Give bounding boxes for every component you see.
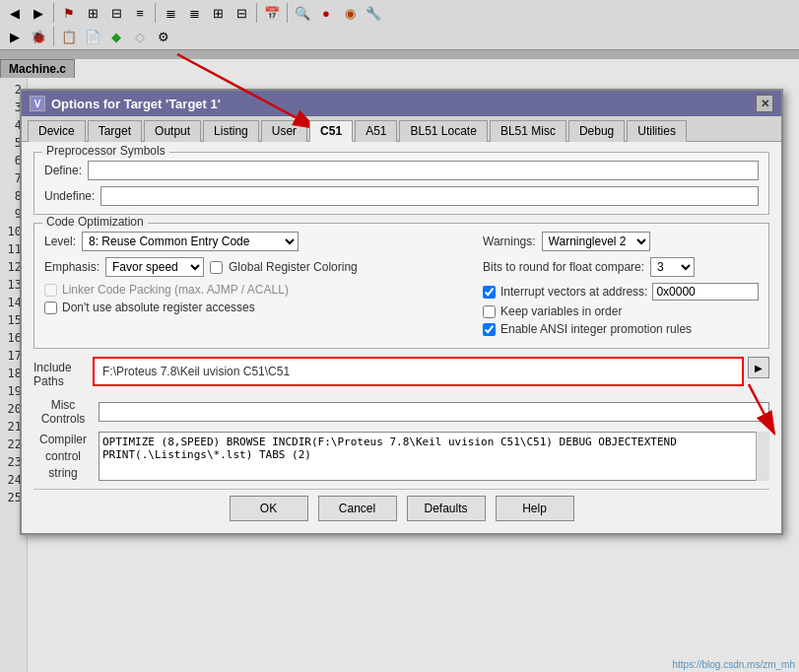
keep-vars-label: Keep variables in order [500,304,622,318]
tab-bl51misc[interactable]: BL51 Misc [490,120,566,142]
keep-vars-row: Keep variables in order [483,304,759,318]
bits-label: Bits to round for float compare: [483,260,644,274]
code-opt-inner: Level: 8: Reuse Common Entry Code Emphas… [44,232,759,340]
compiler-scrollbar[interactable] [756,432,769,481]
code-opt-section: Code Optimization Level: 8: Reuse Common… [33,223,769,349]
code-opt-left: Level: 8: Reuse Common Entry Code Emphas… [44,232,473,340]
compiler-text-wrapper: OPTIMIZE (8,SPEED) BROWSE INCDIR(F:\Prot… [99,432,769,481]
global-register-checkbox[interactable] [210,261,223,274]
abs-register-checkbox[interactable] [44,302,57,314]
level-select[interactable]: 8: Reuse Common Entry Code [82,232,299,251]
level-label: Level: [44,235,76,248]
tab-bl51locate[interactable]: BL51 Locate [399,120,487,142]
watermark: https://blog.csdn.ms/zm_mh [673,659,796,670]
global-register-label: Global Register Coloring [229,260,358,274]
define-label: Define: [44,164,82,177]
options-dialog: V Options for Target 'Target 1' ✕ Device… [20,89,783,535]
warnings-select[interactable]: Warninglevel 2 [542,232,650,251]
misc-label: MiscControls [33,398,93,426]
ansi-label: Enable ANSI integer promotion rules [500,322,692,336]
include-paths-value: F:\Proteus 7.8\Keil uvision C51\C51 [102,365,734,378]
misc-controls-input[interactable] [99,402,769,422]
bits-row: Bits to round for float compare: 3 [483,257,759,277]
dialog-title: Options for Target 'Target 1' [51,97,221,111]
tab-bar: Device Target Output Listing User C51 A5… [22,116,781,142]
emphasis-select[interactable]: Favor speed [105,257,204,277]
help-button[interactable]: Help [496,496,574,521]
code-opt-title: Code Optimization [42,215,148,229]
tab-listing[interactable]: Listing [203,120,259,142]
emphasis-label: Emphasis: [44,260,100,274]
emphasis-row: Emphasis: Favor speed Global Register Co… [44,257,473,277]
keep-vars-checkbox[interactable] [483,305,496,318]
include-browse-button[interactable]: ▶ [748,357,769,378]
title-left: V Options for Target 'Target 1' [30,96,221,111]
undefine-label: Undefine: [44,189,95,203]
tab-debug[interactable]: Debug [568,120,625,142]
undefine-row: Undefine: [44,186,759,206]
tab-a51[interactable]: A51 [355,120,397,142]
level-row: Level: 8: Reuse Common Entry Code [44,232,473,251]
linker-packing-checkbox[interactable] [44,284,57,297]
ok-button[interactable]: OK [230,496,308,521]
warnings-label: Warnings: [483,235,536,248]
compiler-label: Compilercontrolstring [33,432,93,481]
define-row: Define: [44,161,759,180]
dialog-icon: V [30,96,45,111]
bits-select[interactable]: 3 [650,257,695,277]
cancel-button[interactable]: Cancel [318,496,397,521]
linker-packing-label: Linker Code Packing (max. AJMP / ACALL) [62,283,289,297]
abs-register-label: Don't use absolute register accesses [62,301,255,314]
compiler-text-value: OPTIMIZE (8,SPEED) BROWSE INCDIR(F:\Prot… [102,436,677,461]
include-paths-box: F:\Proteus 7.8\Keil uvision C51\C51 [93,357,744,386]
preprocessor-section: Preprocessor Symbols Define: Undefine: [33,152,769,215]
tab-c51[interactable]: C51 [309,120,353,142]
abs-register-row: Don't use absolute register accesses [44,301,473,314]
ansi-checkbox[interactable] [483,323,496,336]
preprocessor-title: Preprocessor Symbols [42,144,169,158]
button-row: OK Cancel Defaults Help [33,489,769,523]
dialog-overlay: V Options for Target 'Target 1' ✕ Device… [0,0,799,672]
include-label-wrapper: IncludePaths [33,357,93,392]
interrupt-label: Interrupt vectors at address: [500,285,647,299]
include-paths-container: IncludePaths F:\Proteus 7.8\Keil uvision… [33,357,769,392]
tab-target[interactable]: Target [88,120,142,142]
define-input[interactable] [88,161,759,180]
undefine-input[interactable] [100,186,759,206]
misc-row: MiscControls [33,398,769,426]
compiler-text-area[interactable]: OPTIMIZE (8,SPEED) BROWSE INCDIR(F:\Prot… [99,432,769,481]
dialog-body: Preprocessor Symbols Define: Undefine: C… [22,142,781,533]
tab-user[interactable]: User [261,120,307,142]
interrupt-address-input[interactable] [652,283,759,301]
ansi-row: Enable ANSI integer promotion rules [483,322,759,336]
dialog-titlebar: V Options for Target 'Target 1' ✕ [22,91,781,116]
include-paths-label: IncludePaths [33,361,72,388]
defaults-button[interactable]: Defaults [407,496,486,521]
tab-output[interactable]: Output [144,120,201,142]
tab-device[interactable]: Device [28,120,86,142]
compiler-section: Compilercontrolstring OPTIMIZE (8,SPEED)… [33,432,769,481]
interrupt-row: Interrupt vectors at address: [483,283,759,301]
code-opt-right: Warnings: Warninglevel 2 Bits to round f… [483,232,759,340]
close-button[interactable]: ✕ [756,95,773,112]
interrupt-checkbox[interactable] [483,286,496,299]
tab-utilities[interactable]: Utilities [627,120,687,142]
linker-packing-row: Linker Code Packing (max. AJMP / ACALL) [44,283,473,297]
warnings-row: Warnings: Warninglevel 2 [483,232,759,251]
